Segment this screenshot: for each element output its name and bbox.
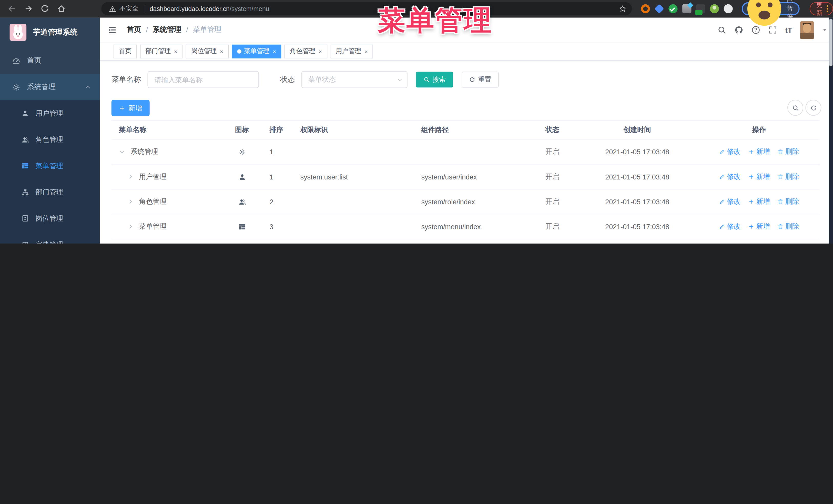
expand-closed-icon[interactable] bbox=[127, 223, 134, 230]
ext-puzzle-icon[interactable] bbox=[724, 4, 733, 13]
status-select[interactable]: 菜单状态 bbox=[302, 71, 407, 88]
expand-closed-icon[interactable] bbox=[127, 173, 134, 180]
tab-label: 菜单管理 bbox=[244, 47, 269, 56]
sidebar-item-岗位管理[interactable]: 岗位管理 bbox=[0, 205, 100, 232]
sidebar-item-系统管理[interactable]: 系统管理 bbox=[0, 74, 100, 100]
reload-icon[interactable] bbox=[40, 4, 49, 13]
menu-name-input[interactable] bbox=[147, 71, 259, 88]
status-cell: 开启 bbox=[528, 222, 576, 231]
menu-icon-cell bbox=[226, 198, 258, 206]
ext-grid-icon[interactable] bbox=[682, 4, 691, 13]
sidebar-item-部门管理[interactable]: 部门管理 bbox=[0, 179, 100, 205]
create-time-cell: 2021-01-05 17:03:48 bbox=[576, 222, 698, 231]
sidebar-item-首页[interactable]: 首页 bbox=[0, 47, 100, 74]
close-tab-icon[interactable]: × bbox=[318, 48, 322, 54]
add-child-link[interactable]: 新增 bbox=[748, 197, 770, 207]
ext-dark-on-icon[interactable] bbox=[696, 4, 705, 13]
tab-用户管理[interactable]: 用户管理× bbox=[330, 44, 373, 58]
create-time-cell: 2021-01-05 17:03:48 bbox=[576, 148, 698, 156]
edit-link[interactable]: 修改 bbox=[719, 172, 741, 182]
search-button[interactable]: 搜索 bbox=[416, 72, 453, 88]
delete-link[interactable]: 删除 bbox=[777, 172, 799, 182]
browser-profile-button[interactable]: 已暂停 bbox=[742, 2, 800, 16]
tab-label: 用户管理 bbox=[336, 47, 361, 56]
reset-button[interactable]: 重置 bbox=[461, 72, 499, 88]
delete-link[interactable]: 删除 bbox=[777, 147, 799, 157]
breadcrumb-item[interactable]: 首页 bbox=[127, 25, 141, 34]
plus-icon bbox=[748, 173, 755, 180]
sidebar-item-字典管理[interactable]: 字典管理 bbox=[0, 232, 100, 243]
sidebar-item-用户管理[interactable]: 用户管理 bbox=[0, 100, 100, 126]
sidebar-item-角色管理[interactable]: 角色管理 bbox=[0, 127, 100, 153]
sidebar-menu: 首页系统管理用户管理角色管理菜单管理部门管理岗位管理字典管理通知公告审计日志在线… bbox=[0, 47, 100, 243]
expand-open-icon[interactable] bbox=[119, 149, 125, 155]
close-tab-icon[interactable]: × bbox=[220, 48, 223, 54]
add-button[interactable]: 新增 bbox=[112, 100, 150, 116]
profile-badge-label: 已暂停 bbox=[787, 0, 793, 21]
gear-icon bbox=[12, 82, 21, 92]
ext-person-icon[interactable] bbox=[710, 4, 719, 13]
menu-icon-cell bbox=[226, 148, 258, 156]
tab-角色管理[interactable]: 角色管理× bbox=[285, 44, 327, 58]
active-tab-dot bbox=[237, 49, 241, 53]
actions-cell: 修改新增删除 bbox=[698, 222, 820, 231]
tab-首页[interactable]: 首页 bbox=[114, 44, 137, 58]
sort-cell: 2 bbox=[258, 198, 290, 206]
delete-link[interactable]: 删除 bbox=[777, 197, 799, 207]
font-size-icon[interactable]: tT bbox=[785, 26, 792, 34]
close-tab-icon[interactable]: × bbox=[273, 48, 276, 54]
add-child-link[interactable]: 新增 bbox=[748, 147, 770, 157]
add-child-link[interactable]: 新增 bbox=[748, 172, 770, 182]
search-icon[interactable] bbox=[717, 25, 726, 34]
caret-down-icon[interactable] bbox=[822, 27, 828, 33]
browser-menu-icon[interactable] bbox=[827, 5, 828, 12]
ext-gem-icon[interactable] bbox=[654, 4, 664, 14]
not-secure-warning-icon bbox=[109, 5, 116, 13]
close-tab-icon[interactable]: × bbox=[174, 48, 177, 54]
app-logo-row[interactable]: 芋道管理系统 bbox=[0, 18, 100, 47]
sidebar-item-label: 字典管理 bbox=[35, 240, 63, 243]
refresh-table-button[interactable] bbox=[805, 100, 821, 116]
ext-green-check-icon[interactable] bbox=[668, 4, 677, 13]
security-label: 不安全 bbox=[119, 4, 139, 13]
sidebar-toggle-icon[interactable] bbox=[107, 25, 117, 34]
delete-link[interactable]: 删除 bbox=[777, 222, 799, 231]
home-icon[interactable] bbox=[57, 4, 66, 13]
avatar[interactable] bbox=[800, 21, 814, 39]
sidebar-item-菜单管理[interactable]: 菜单管理 bbox=[0, 153, 100, 179]
sidebar-item-label: 角色管理 bbox=[35, 135, 63, 144]
browser-update-button[interactable]: 更新 bbox=[809, 2, 833, 16]
sort-cell: 3 bbox=[258, 222, 290, 231]
column-header-菜单名称: 菜单名称 bbox=[112, 125, 226, 135]
scrollbar-thumb[interactable] bbox=[829, 19, 832, 66]
bookmark-star-icon[interactable] bbox=[619, 5, 627, 13]
tags-view-bar: 首页部门管理×岗位管理×菜单管理×角色管理×用户管理× bbox=[100, 43, 833, 61]
tab-岗位管理[interactable]: 岗位管理× bbox=[186, 44, 229, 58]
back-icon[interactable] bbox=[7, 4, 17, 13]
breadcrumb-item[interactable]: 系统管理 bbox=[153, 25, 182, 34]
edit-link[interactable]: 修改 bbox=[719, 222, 741, 231]
sidebar-item-label: 部门管理 bbox=[35, 187, 63, 197]
tab-部门管理[interactable]: 部门管理× bbox=[140, 44, 183, 58]
sidebar-item-label: 菜单管理 bbox=[35, 161, 63, 171]
add-child-link[interactable]: 新增 bbox=[748, 222, 770, 231]
app-title: 芋道管理系统 bbox=[33, 28, 77, 37]
menu-table: 菜单名称图标排序权限标识组件路径状态创建时间操作系统管理1开启2021-01-0… bbox=[112, 120, 820, 243]
tab-菜单管理[interactable]: 菜单管理× bbox=[232, 44, 281, 58]
profile-emoji-icon bbox=[745, 0, 784, 28]
ext-orange-icon[interactable] bbox=[641, 4, 650, 13]
status-cell: 开启 bbox=[528, 172, 576, 182]
github-icon[interactable] bbox=[734, 25, 743, 34]
forward-icon[interactable] bbox=[24, 4, 33, 13]
expand-closed-icon[interactable] bbox=[127, 198, 134, 205]
column-header-操作: 操作 bbox=[698, 125, 820, 135]
edit-link[interactable]: 修改 bbox=[719, 197, 741, 207]
sidebar-item-label: 首页 bbox=[27, 56, 42, 65]
tab-label: 部门管理 bbox=[145, 47, 171, 56]
menu-icon-cell bbox=[226, 222, 258, 231]
page-scrollbar[interactable] bbox=[829, 18, 833, 243]
toggle-search-button[interactable] bbox=[787, 100, 803, 116]
plus-icon bbox=[748, 198, 755, 205]
close-tab-icon[interactable]: × bbox=[364, 48, 368, 54]
edit-link[interactable]: 修改 bbox=[719, 147, 741, 157]
